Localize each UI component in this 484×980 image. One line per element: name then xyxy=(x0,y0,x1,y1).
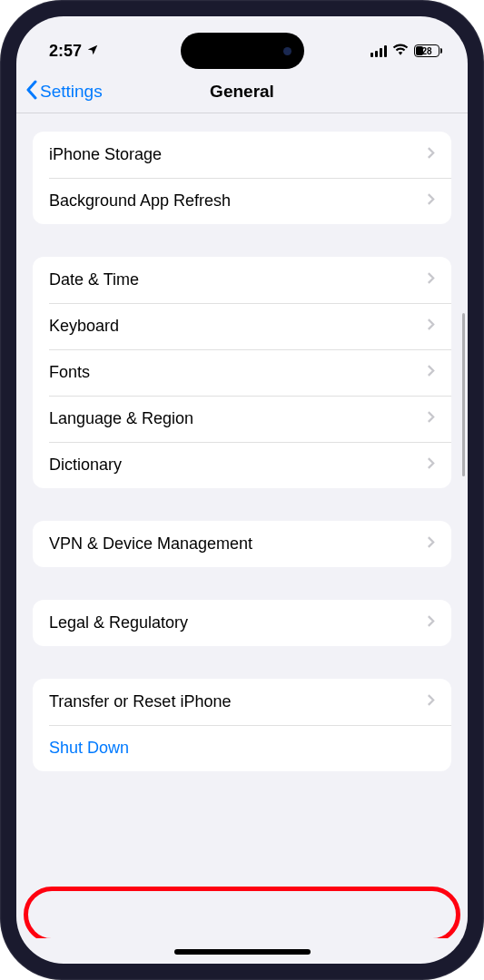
row-legal-regulatory[interactable]: Legal & Regulatory xyxy=(33,600,451,646)
row-dictionary[interactable]: Dictionary xyxy=(33,442,451,488)
home-indicator[interactable] xyxy=(174,949,311,955)
row-label: Dictionary xyxy=(49,456,122,475)
chevron-right-icon xyxy=(427,410,435,427)
row-label: Keyboard xyxy=(49,317,119,336)
row-label: Fonts xyxy=(49,363,90,382)
row-vpn-device-management[interactable]: VPN & Device Management xyxy=(33,521,451,567)
content-area: iPhone Storage Background App Refresh Da… xyxy=(16,113,468,938)
chevron-right-icon xyxy=(427,318,435,335)
screen: 2:57 28 xyxy=(16,16,468,964)
highlight-annotation xyxy=(24,887,460,938)
row-label: Legal & Regulatory xyxy=(49,613,188,632)
chevron-right-icon xyxy=(427,693,435,710)
settings-group: iPhone Storage Background App Refresh xyxy=(33,132,451,224)
nav-header: Settings General xyxy=(16,73,468,113)
row-background-app-refresh[interactable]: Background App Refresh xyxy=(33,178,451,224)
row-label: Date & Time xyxy=(49,270,139,289)
row-keyboard[interactable]: Keyboard xyxy=(33,303,451,349)
cellular-icon xyxy=(370,45,388,57)
chevron-right-icon xyxy=(427,456,435,474)
back-label: Settings xyxy=(40,82,103,102)
battery-icon: 28 xyxy=(414,44,442,57)
settings-group: Date & Time Keyboard Fonts Language & Re… xyxy=(33,257,451,488)
page-title: General xyxy=(210,82,274,102)
row-iphone-storage[interactable]: iPhone Storage xyxy=(33,132,451,178)
row-label: Language & Region xyxy=(49,409,193,428)
row-fonts[interactable]: Fonts xyxy=(33,349,451,396)
chevron-right-icon xyxy=(427,146,435,163)
chevron-right-icon xyxy=(427,364,435,381)
row-transfer-reset-iphone[interactable]: Transfer or Reset iPhone xyxy=(33,679,451,725)
row-label: iPhone Storage xyxy=(49,145,162,164)
chevron-left-icon xyxy=(25,80,38,104)
camera-dot xyxy=(283,47,291,55)
row-label: Transfer or Reset iPhone xyxy=(49,692,231,711)
row-label: VPN & Device Management xyxy=(49,534,252,554)
settings-group: Transfer or Reset iPhone Shut Down xyxy=(33,679,451,771)
status-right: 28 xyxy=(370,43,443,59)
phone-frame: 2:57 28 xyxy=(0,0,484,980)
chevron-right-icon xyxy=(427,192,435,210)
settings-group: VPN & Device Management xyxy=(33,521,451,567)
row-date-time[interactable]: Date & Time xyxy=(33,257,451,303)
status-time: 2:57 xyxy=(49,42,82,61)
chevron-right-icon xyxy=(427,614,435,632)
status-left: 2:57 xyxy=(49,42,99,61)
dynamic-island xyxy=(181,33,304,69)
chevron-right-icon xyxy=(427,535,435,553)
settings-group: Legal & Regulatory xyxy=(33,600,451,646)
row-shut-down[interactable]: Shut Down xyxy=(33,725,451,771)
row-label: Shut Down xyxy=(49,739,129,758)
location-icon xyxy=(86,44,99,59)
row-label: Background App Refresh xyxy=(49,191,231,211)
chevron-right-icon xyxy=(427,271,435,289)
back-button[interactable]: Settings xyxy=(25,80,103,104)
wifi-icon xyxy=(392,43,409,59)
scroll-indicator[interactable] xyxy=(462,313,465,476)
row-language-region[interactable]: Language & Region xyxy=(33,396,451,442)
battery-percent: 28 xyxy=(421,46,431,56)
